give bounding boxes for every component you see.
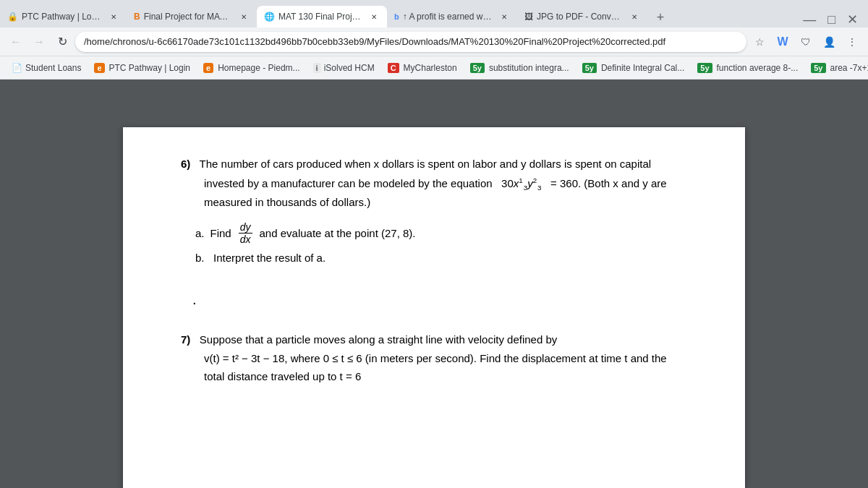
maximize-btn[interactable]: □ <box>823 12 840 27</box>
tab-jpg-pdf[interactable]: 🖼 JPG to PDF - Convert your Ima ✕ <box>517 6 647 27</box>
q7-number: 7) <box>181 333 190 346</box>
q6-line2-pre: invested by a manufacturer can be modele… <box>204 177 493 189</box>
bookmark-area[interactable]: 5y area -7x+16, -8x+3,... <box>805 61 868 75</box>
q7-line3: total distance traveled up to t = 6 <box>204 369 687 385</box>
bookmark-icon: 📄 <box>12 63 22 73</box>
close-btn[interactable]: ✕ <box>843 12 862 27</box>
q6-sub-a: a. Find dy dx and evaluate at the point … <box>195 221 687 247</box>
browser-window: 🔒 PTC Pathway | Login ✕ B Final Project … <box>0 0 868 488</box>
content-area: 6) The number of cars produced when x do… <box>0 80 868 488</box>
tab-bar: 🔒 PTC Pathway | Login ✕ B Final Project … <box>0 0 868 27</box>
q7-line1: Suppose that a particle moves along a st… <box>200 333 557 346</box>
nav-bar: ← → ↻ ☆ W 🛡 👤 ⋮ <box>0 27 868 56</box>
back-button[interactable]: ← <box>6 32 26 52</box>
bookmark-definite-integral[interactable]: 5y Definite Integral Cal... <box>576 61 691 75</box>
tab-final-project[interactable]: B Final Project for MAT 130 80 - h ✕ <box>127 6 257 27</box>
q6-sub-a-prefix: a. <box>195 226 205 242</box>
question-6-text: 6) The number of cars produced when x do… <box>181 156 687 173</box>
minimize-btn[interactable]: — <box>799 12 820 27</box>
bookmark-tag: 5y <box>697 63 712 73</box>
q7-line2: v(t) = t² − 3t − 18, where 0 ≤ t ≤ 6 (in… <box>204 351 687 367</box>
q6-line2-post: = 360. (Both x and y are <box>550 177 667 189</box>
tab-favicon: 🖼 <box>524 12 533 22</box>
bookmark-homepage-piedm[interactable]: e Homepage - Piedm... <box>197 61 306 75</box>
tab-mat130-active[interactable]: 🌐 MAT 130 Final Project correcte ✕ <box>257 6 387 27</box>
tab-label: ↑ A profit is earned when reve <box>403 12 492 22</box>
tab-favicon: 🌐 <box>264 12 275 22</box>
reload-button[interactable]: ↻ <box>52 32 72 52</box>
q6-sub-b-text: Interpret the result of a. <box>213 252 326 264</box>
q6-line3: measured in thousands of dollars.) <box>204 194 687 211</box>
bookmark-tag: 5y <box>470 63 485 73</box>
tab-close-btn[interactable]: ✕ <box>108 11 119 22</box>
dy-dx-fraction: dy dx <box>239 221 252 247</box>
bookmark-label: iSolved HCM <box>324 63 375 73</box>
bookmark-isolved[interactable]: i iSolved HCM <box>307 61 380 75</box>
tab-favicon: B <box>134 12 140 22</box>
tab-label: Final Project for MAT 130 80 - h <box>144 12 231 22</box>
bookmark-function-average[interactable]: 5y function average 8-... <box>692 61 804 75</box>
tab-label: PTC Pathway | Login <box>22 12 101 22</box>
pdf-toolbar <box>0 80 868 116</box>
tab-label: JPG to PDF - Convert your Ima <box>537 12 622 22</box>
pdf-viewer[interactable]: 6) The number of cars produced when x do… <box>0 116 868 488</box>
bookmark-star-btn[interactable]: ☆ <box>749 32 770 52</box>
tab-label: MAT 130 Final Project correcte <box>278 12 362 22</box>
question-6-block: 6) The number of cars produced when x do… <box>181 156 687 310</box>
q6-find-label: Find <box>210 226 231 242</box>
tab-close-btn[interactable]: ✕ <box>238 11 250 22</box>
bookmark-tag: 5y <box>582 63 597 73</box>
extension-btn[interactable]: 🛡 <box>796 32 816 52</box>
address-bar[interactable] <box>75 32 746 52</box>
bookmark-mycharleston[interactable]: C MyCharleston <box>382 61 463 75</box>
q6-line1: The number of cars produced when x dolla… <box>200 158 652 170</box>
question-7-text: 7) Suppose that a particle moves along a… <box>181 332 687 348</box>
bookmark-student-loans[interactable]: 📄 Student Loans <box>6 61 87 75</box>
bookmark-label: PTC Pathway | Login <box>109 63 191 73</box>
bookmark-substitution[interactable]: 5y substitution integra... <box>464 61 575 75</box>
dot-placeholder: . <box>192 288 687 310</box>
q6-line2: invested by a manufacturer can be modele… <box>204 176 687 194</box>
dx-denominator: dx <box>239 234 252 246</box>
new-tab-button[interactable]: + <box>650 7 671 27</box>
q6-sub-b: b. Interpret the result of a. <box>195 250 687 267</box>
q6-sub-b-prefix: b. <box>195 252 205 264</box>
tab-favicon: 🔒 <box>7 12 18 22</box>
bookmark-label: function average 8-... <box>717 63 799 73</box>
profile-btn[interactable]: 👤 <box>819 32 839 52</box>
bookmark-label: Definite Integral Cal... <box>601 63 684 73</box>
q6-exp2: 2 <box>533 176 537 184</box>
tab-close-btn[interactable]: ✕ <box>368 11 380 22</box>
pdf-page: 6) The number of cars produced when x do… <box>123 127 745 488</box>
q6-equation: 30x13y23 <box>501 177 545 189</box>
nav-icons: ☆ W 🛡 👤 ⋮ <box>749 32 862 52</box>
tab-favicon: b <box>394 12 399 21</box>
bookmark-tag: e <box>203 63 213 73</box>
bookmarks-bar: 📄 Student Loans e PTC Pathway | Login e … <box>0 56 868 80</box>
bookmark-ptc-pathway[interactable]: e PTC Pathway | Login <box>88 61 196 75</box>
tab-ptc-pathway[interactable]: 🔒 PTC Pathway | Login ✕ <box>0 6 127 27</box>
q6-number: 6) <box>181 158 190 170</box>
bookmark-icon: i <box>313 63 321 73</box>
q6-sub-a-suffix: and evaluate at the point (27, 8). <box>260 226 416 242</box>
tab-profit[interactable]: b ↑ A profit is earned when reve ✕ <box>387 6 517 27</box>
bookmark-label: MyCharleston <box>404 63 457 73</box>
tab-close-btn[interactable]: ✕ <box>629 11 640 22</box>
menu-btn[interactable]: ⋮ <box>842 32 862 52</box>
bookmark-tag: C <box>388 63 399 73</box>
w-btn[interactable]: W <box>773 32 793 52</box>
bookmark-label: Homepage - Piedm... <box>218 63 299 73</box>
bookmark-tag: e <box>94 63 104 73</box>
bookmark-tag: 5y <box>811 63 825 73</box>
bookmark-label: substitution integra... <box>489 63 569 73</box>
dy-numerator: dy <box>239 221 252 234</box>
q6-exp1: 1 <box>519 176 522 184</box>
bookmark-label: Student Loans <box>25 63 81 73</box>
bookmark-label: area -7x+16, -8x+3,... <box>830 63 869 73</box>
window-controls: — □ ✕ <box>799 12 868 27</box>
tab-close-btn[interactable]: ✕ <box>498 11 510 22</box>
forward-button[interactable]: → <box>29 32 49 52</box>
question-7-block: 7) Suppose that a particle moves along a… <box>181 332 687 385</box>
